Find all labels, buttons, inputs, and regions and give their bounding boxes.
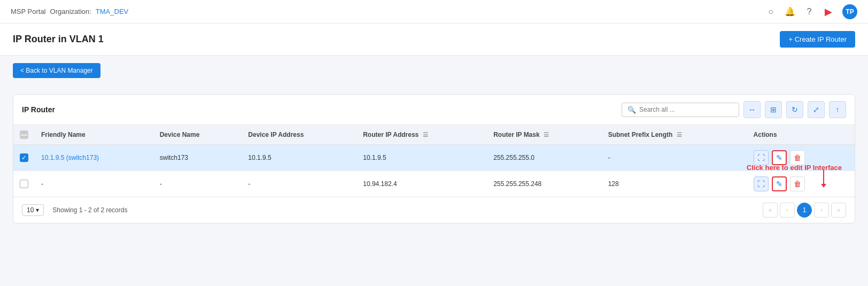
page-header: IP Router in VLAN 1 + Create IP Router xyxy=(0,24,868,56)
row-2-router-mask: 255.255.255.248 xyxy=(487,171,602,197)
col-subnet-prefix: Subnet Prefix Length ☰ xyxy=(602,125,747,145)
search-box[interactable]: 🔍 xyxy=(622,103,739,117)
table-header-row: — Friendly Name Device Name Device IP Ad… xyxy=(13,125,855,145)
search-input[interactable] xyxy=(639,106,733,113)
row-2-friendly-name: - xyxy=(35,171,153,197)
table-toolbar: IP Router 🔍 ↔ ⊞ ↻ ⤢ ↑ xyxy=(13,95,855,125)
page-prev-button[interactable]: ‹ xyxy=(780,203,795,218)
row-1-device-name: switch173 xyxy=(153,145,242,171)
top-nav: MSP Portal Organization: TMA_DEV ○ 🔔 ? ▶… xyxy=(0,0,868,24)
col-friendly-name: Friendly Name xyxy=(35,125,153,145)
row-1-subnet-prefix: - xyxy=(602,145,747,171)
row-1-edit-button[interactable]: ✎ xyxy=(772,150,787,165)
col-device-name: Device Name xyxy=(153,125,242,145)
youtube-icon[interactable]: ▶ xyxy=(823,6,834,17)
create-ip-router-button[interactable]: + Create IP Router xyxy=(780,31,855,48)
help-icon[interactable]: ? xyxy=(804,6,815,17)
records-info: Showing 1 - 2 of 2 records xyxy=(52,206,127,214)
page-size-selector[interactable]: 10 ▾ xyxy=(22,204,44,216)
columns-button[interactable]: ⊞ xyxy=(765,101,782,118)
page-first-button[interactable]: « xyxy=(763,203,778,218)
select-all-checkbox[interactable]: — xyxy=(20,130,28,139)
row-1-actions: ⛶ ✎ 🗑 xyxy=(754,150,848,165)
row-2-device-ip: - xyxy=(242,171,356,197)
row-1-router-ip: 10.1.9.5 xyxy=(356,145,487,171)
org-name[interactable]: TMA_DEV xyxy=(96,7,128,16)
row-2-expand-button[interactable]: ⛶ xyxy=(754,176,769,191)
annotation-arrow xyxy=(823,169,824,184)
row-2-router-ip: 10.94.182.4 xyxy=(356,171,487,197)
ip-router-table: — Friendly Name Device Name Device IP Ad… xyxy=(13,125,855,197)
row-1-expand-button[interactable]: ⛶ xyxy=(754,150,769,165)
col-device-ip: Device IP Address xyxy=(242,125,356,145)
table-row: - - - 10.94.182.4 255.255.255.248 128 ⛶ … xyxy=(13,171,855,197)
pagination: 10 ▾ Showing 1 - 2 of 2 records « ‹ 1 › … xyxy=(13,197,855,223)
page-1-button[interactable]: 1 xyxy=(797,203,812,218)
row-2-device-name: - xyxy=(153,171,242,197)
page-title: IP Router in VLAN 1 xyxy=(13,34,104,45)
row-1-router-mask: 255.255.255.0 xyxy=(487,145,602,171)
row-2-subnet-prefix: 128 xyxy=(602,171,747,197)
external-link-button[interactable]: ⤢ xyxy=(808,101,825,118)
user-avatar[interactable]: TP xyxy=(842,4,857,19)
row-2-edit-button[interactable]: ✎ xyxy=(772,176,787,191)
upload-button[interactable]: ↑ xyxy=(829,101,846,118)
page-last-button[interactable]: » xyxy=(831,203,846,218)
table-section-title: IP Router xyxy=(22,105,55,114)
col-router-mask: Router IP Mask ☰ xyxy=(487,125,602,145)
expand-columns-button[interactable]: ↔ xyxy=(743,101,761,118)
search-icon: 🔍 xyxy=(627,106,636,114)
search-nav-icon[interactable]: ○ xyxy=(765,6,776,17)
col-router-ip: Router IP Address ☰ xyxy=(356,125,487,145)
bell-icon[interactable]: 🔔 xyxy=(785,6,795,17)
table-row: ✓ 10.1.9.5 (switch173) switch173 10.1.9.… xyxy=(13,145,855,171)
page-controls: « ‹ 1 › » xyxy=(763,203,846,218)
row-2-actions: ⛶ ✎ 🗑 xyxy=(754,176,848,191)
col-actions: Actions xyxy=(747,125,855,145)
row-1-device-ip: 10.1.9.5 xyxy=(242,145,356,171)
back-to-vlan-manager-button[interactable]: < Back to VLAN Manager xyxy=(13,63,100,78)
page-size-value: 10 xyxy=(27,206,34,214)
page-size-chevron: ▾ xyxy=(36,206,39,214)
row-1-checkbox[interactable]: ✓ xyxy=(20,153,28,162)
org-label: Organization: xyxy=(50,7,91,16)
refresh-button[interactable]: ↻ xyxy=(786,101,803,118)
row-1-friendly-name: 10.1.9.5 (switch173) xyxy=(35,145,153,171)
edit-annotation: Click here to edit IP Interface xyxy=(747,164,842,172)
row-2-delete-button[interactable]: 🗑 xyxy=(790,176,805,191)
row-1-delete-button[interactable]: 🗑 xyxy=(790,150,805,165)
page-next-button[interactable]: › xyxy=(814,203,829,218)
app-name[interactable]: MSP Portal xyxy=(11,7,46,16)
row-2-checkbox[interactable] xyxy=(20,180,28,188)
